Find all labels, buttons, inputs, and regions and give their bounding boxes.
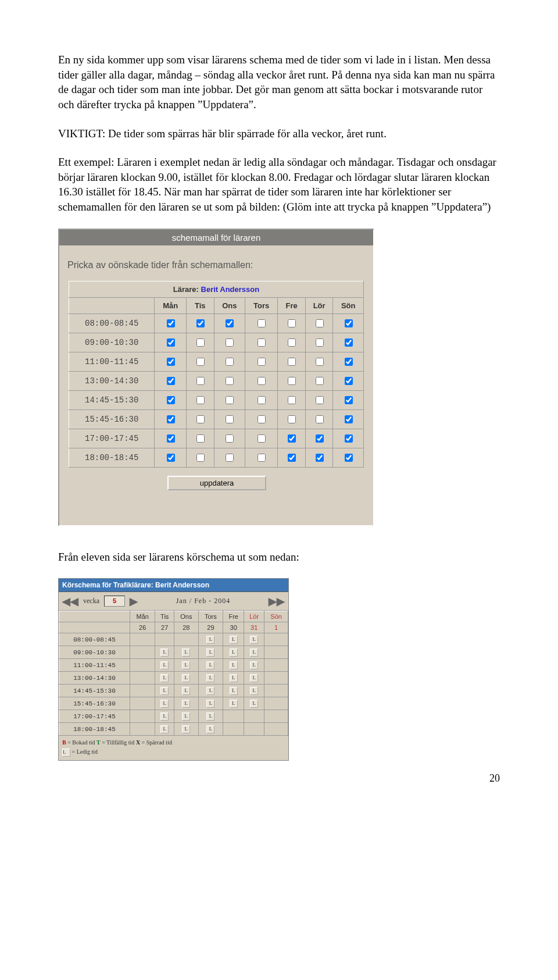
free-slot-icon[interactable]: L: [206, 700, 214, 708]
block-checkbox[interactable]: [167, 434, 175, 443]
next-month-icon[interactable]: ▶▶: [269, 596, 285, 607]
free-slot-icon[interactable]: L: [182, 700, 190, 708]
block-checkbox[interactable]: [167, 396, 175, 404]
block-checkbox[interactable]: [316, 377, 324, 385]
slot-cell[interactable]: L: [198, 723, 223, 736]
free-slot-icon[interactable]: L: [182, 687, 190, 695]
block-checkbox[interactable]: [257, 319, 266, 327]
block-checkbox[interactable]: [226, 358, 234, 366]
block-checkbox[interactable]: [345, 415, 353, 423]
block-checkbox[interactable]: [257, 454, 266, 462]
block-checkbox[interactable]: [226, 338, 234, 347]
slot-cell[interactable]: L: [174, 710, 199, 723]
block-checkbox[interactable]: [316, 434, 324, 443]
block-checkbox[interactable]: [196, 415, 205, 423]
block-checkbox[interactable]: [196, 396, 205, 404]
slot-cell[interactable]: L: [223, 685, 244, 697]
block-checkbox[interactable]: [288, 396, 296, 404]
free-slot-icon[interactable]: L: [160, 687, 169, 695]
free-slot-icon[interactable]: L: [230, 700, 238, 708]
block-checkbox[interactable]: [257, 396, 266, 404]
free-slot-icon[interactable]: L: [250, 661, 258, 669]
slot-cell[interactable]: L: [223, 659, 244, 672]
block-checkbox[interactable]: [257, 377, 266, 385]
free-slot-icon[interactable]: L: [206, 648, 214, 657]
slot-cell[interactable]: L: [155, 646, 174, 659]
block-checkbox[interactable]: [288, 415, 296, 423]
free-slot-icon[interactable]: L: [182, 674, 190, 682]
block-checkbox[interactable]: [288, 358, 296, 366]
free-slot-icon[interactable]: L: [206, 712, 214, 721]
slot-cell[interactable]: L: [174, 672, 199, 685]
free-slot-icon[interactable]: L: [160, 700, 169, 708]
block-checkbox[interactable]: [316, 358, 324, 366]
slot-cell[interactable]: L: [198, 685, 223, 697]
block-checkbox[interactable]: [167, 415, 175, 423]
free-slot-icon[interactable]: L: [206, 725, 214, 733]
free-slot-icon[interactable]: L: [250, 674, 258, 682]
slot-cell[interactable]: L: [223, 633, 244, 646]
free-slot-icon[interactable]: L: [230, 636, 238, 644]
block-checkbox[interactable]: [226, 377, 234, 385]
slot-cell[interactable]: L: [244, 646, 264, 659]
block-checkbox[interactable]: [257, 415, 266, 423]
block-checkbox[interactable]: [288, 319, 296, 327]
free-slot-icon[interactable]: L: [250, 700, 258, 708]
block-checkbox[interactable]: [167, 454, 175, 462]
slot-cell[interactable]: L: [244, 672, 264, 685]
slot-cell[interactable]: L: [198, 633, 223, 646]
block-checkbox[interactable]: [316, 319, 324, 327]
slot-cell[interactable]: L: [174, 697, 199, 710]
block-checkbox[interactable]: [345, 319, 353, 327]
block-checkbox[interactable]: [196, 358, 205, 366]
free-slot-icon[interactable]: L: [230, 687, 238, 695]
slot-cell[interactable]: L: [155, 659, 174, 672]
free-slot-icon[interactable]: L: [230, 648, 238, 657]
next-week-icon[interactable]: ▶: [130, 596, 138, 607]
block-checkbox[interactable]: [226, 319, 234, 327]
free-slot-icon[interactable]: L: [160, 661, 169, 669]
free-slot-icon[interactable]: L: [160, 674, 169, 682]
block-checkbox[interactable]: [226, 396, 234, 404]
free-slot-icon[interactable]: L: [182, 648, 190, 657]
block-checkbox[interactable]: [345, 377, 353, 385]
block-checkbox[interactable]: [316, 415, 324, 423]
slot-cell[interactable]: L: [155, 697, 174, 710]
block-checkbox[interactable]: [345, 358, 353, 366]
block-checkbox[interactable]: [196, 454, 205, 462]
slot-cell[interactable]: L: [223, 697, 244, 710]
free-slot-icon[interactable]: L: [230, 674, 238, 682]
slot-cell[interactable]: L: [198, 672, 223, 685]
block-checkbox[interactable]: [196, 377, 205, 385]
slot-cell[interactable]: L: [198, 710, 223, 723]
block-checkbox[interactable]: [167, 358, 175, 366]
slot-cell[interactable]: L: [244, 685, 264, 697]
update-button[interactable]: uppdatera: [167, 476, 266, 490]
block-checkbox[interactable]: [316, 454, 324, 462]
slot-cell[interactable]: L: [174, 685, 199, 697]
slot-cell[interactable]: L: [223, 672, 244, 685]
slot-cell[interactable]: L: [155, 672, 174, 685]
prev-week-icon[interactable]: ◀◀: [62, 596, 78, 607]
free-slot-icon[interactable]: L: [182, 661, 190, 669]
slot-cell[interactable]: L: [244, 633, 264, 646]
slot-cell[interactable]: L: [174, 646, 199, 659]
block-checkbox[interactable]: [316, 338, 324, 347]
slot-cell[interactable]: L: [174, 659, 199, 672]
free-slot-icon[interactable]: L: [206, 661, 214, 669]
free-slot-icon[interactable]: L: [230, 661, 238, 669]
block-checkbox[interactable]: [288, 434, 296, 443]
block-checkbox[interactable]: [345, 396, 353, 404]
free-slot-icon[interactable]: L: [250, 687, 258, 695]
free-slot-icon[interactable]: L: [250, 636, 258, 644]
free-slot-icon[interactable]: L: [182, 712, 190, 721]
block-checkbox[interactable]: [196, 434, 205, 443]
block-checkbox[interactable]: [288, 377, 296, 385]
block-checkbox[interactable]: [345, 434, 353, 443]
slot-cell[interactable]: L: [155, 710, 174, 723]
block-checkbox[interactable]: [288, 454, 296, 462]
block-checkbox[interactable]: [167, 338, 175, 347]
block-checkbox[interactable]: [345, 338, 353, 347]
block-checkbox[interactable]: [226, 434, 234, 443]
slot-cell[interactable]: L: [223, 646, 244, 659]
